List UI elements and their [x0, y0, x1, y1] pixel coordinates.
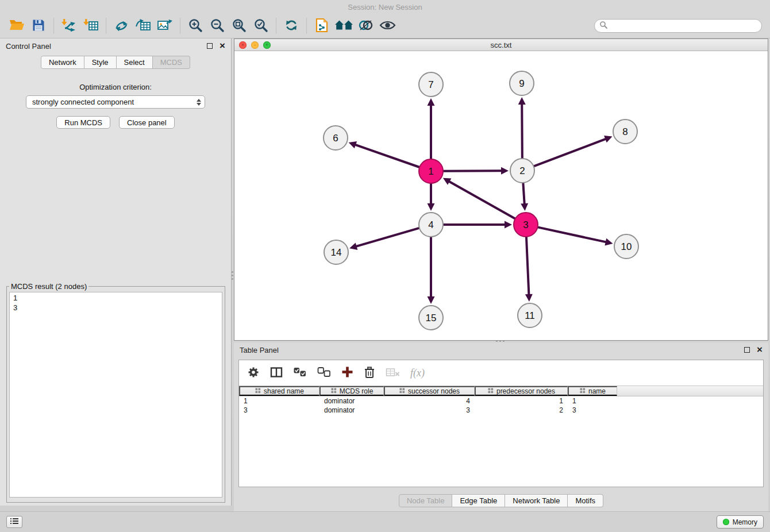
deselect-all-rows-button[interactable] — [317, 367, 331, 379]
column-sort-icon — [580, 387, 586, 395]
graph-node-6[interactable]: 6 — [324, 126, 348, 150]
graph-edge-2-9[interactable] — [522, 105, 522, 158]
graph-node-9[interactable]: 9 — [510, 71, 534, 95]
graph-node-label: 14 — [331, 247, 342, 258]
column-header-mcds-role[interactable]: MCDS role — [319, 386, 384, 396]
graph-node-4[interactable]: 4 — [419, 213, 443, 237]
network-canvas[interactable]: 7968124314101511 — [234, 51, 768, 340]
column-header-name[interactable]: name — [568, 386, 617, 396]
memory-button[interactable]: Memory — [717, 515, 764, 529]
float-panel-button[interactable] — [207, 43, 213, 49]
graph-edge-3-10[interactable] — [538, 228, 605, 242]
table-settings-button[interactable] — [247, 366, 260, 380]
delete-table-button[interactable] — [386, 367, 400, 379]
graph-node-8[interactable]: 8 — [613, 119, 637, 144]
import-table-button[interactable] — [80, 16, 102, 36]
column-header-label: successor nodes — [408, 387, 460, 395]
export-image-button[interactable] — [154, 16, 176, 36]
graph-edge-2-3[interactable] — [523, 183, 524, 203]
graph-node-11[interactable]: 11 — [518, 303, 542, 327]
table-cell: 4 — [384, 397, 475, 405]
tab-network-table[interactable]: Network Table — [505, 494, 568, 507]
zoom-selected-button[interactable] — [250, 16, 272, 36]
float-table-panel-button[interactable] — [744, 347, 750, 353]
columns-icon — [270, 367, 283, 380]
save-session-button[interactable] — [28, 16, 49, 36]
clone-network-button[interactable] — [311, 16, 333, 36]
search-field[interactable] — [594, 19, 762, 33]
zoom-in-button[interactable] — [184, 16, 206, 36]
run-mcds-button[interactable]: Run MCDS — [56, 116, 110, 129]
status-menu-button[interactable] — [6, 516, 22, 528]
export-image-icon — [157, 18, 173, 34]
tab-node-table[interactable]: Node Table — [399, 494, 453, 507]
graph-edge-2-8[interactable] — [534, 139, 606, 166]
column-header-label: name — [588, 387, 606, 395]
open-session-button[interactable] — [6, 16, 28, 36]
graph-edge-4-14[interactable] — [357, 228, 419, 246]
graph-edge-3-11[interactable] — [526, 237, 529, 294]
tab-style[interactable]: Style — [84, 56, 117, 69]
table-row[interactable]: 1dominator411 — [239, 396, 763, 406]
zoom-out-icon — [210, 18, 225, 34]
main-toolbar — [0, 14, 770, 38]
show-column-button[interactable] — [270, 367, 283, 380]
delete-column-button[interactable] — [364, 366, 375, 380]
table-panel-header: Table Panel × — [234, 342, 768, 357]
network-view-window: × - + scc.txt 7968124314101511 — [234, 38, 768, 341]
minimize-window-button[interactable]: - — [251, 41, 259, 49]
tab-network[interactable]: Network — [41, 56, 84, 69]
neighbors-button[interactable] — [333, 16, 355, 36]
close-panel-icon-button[interactable]: × — [220, 43, 225, 49]
graph-node-2[interactable]: 2 — [510, 159, 534, 183]
graph-node-label: 8 — [622, 126, 627, 137]
tab-select[interactable]: Select — [117, 56, 153, 69]
network-window-titlebar: × - + scc.txt — [234, 39, 768, 51]
new-network-button[interactable] — [110, 16, 132, 36]
zoom-in-icon — [188, 18, 203, 34]
select-all-rows-button[interactable] — [293, 367, 307, 379]
zoom-out-button[interactable] — [206, 16, 228, 36]
graph-edge-1-2[interactable] — [444, 171, 501, 171]
close-panel-button[interactable]: Close panel — [119, 116, 175, 129]
control-panel: Control Panel × NetworkStyleSelectMCDS O… — [0, 38, 232, 506]
tab-edge-table[interactable]: Edge Table — [452, 494, 505, 507]
node-table-container: f(x) shared nameMCDS rolesuccessor nodes… — [238, 360, 764, 487]
graph-edge-1-6[interactable] — [356, 145, 419, 167]
new-network-table-button[interactable] — [132, 16, 154, 36]
graph-node-3[interactable]: 3 — [514, 213, 538, 237]
refresh-view-button[interactable] — [280, 16, 302, 36]
graph-edge-arrowhead — [505, 221, 512, 229]
style-preview-button[interactable] — [355, 16, 376, 36]
graph-edge-arrowhead — [349, 242, 357, 249]
criterion-dropdown[interactable]: strongly connected component — [26, 95, 205, 109]
graph-node-15[interactable]: 15 — [419, 306, 443, 330]
maximize-window-button[interactable]: + — [263, 41, 271, 49]
table-row[interactable]: 3dominator323 — [239, 406, 763, 415]
close-table-panel-button[interactable]: × — [757, 347, 763, 353]
graph-edge-3-1[interactable] — [449, 182, 515, 218]
column-header-label: predecessor nodes — [496, 387, 555, 395]
show-hide-button[interactable] — [376, 16, 398, 36]
graph-node-1[interactable]: 1 — [419, 159, 443, 183]
memory-label: Memory — [733, 518, 757, 526]
network-graph[interactable]: 7968124314101511 — [234, 51, 768, 340]
column-header-shared-name[interactable]: shared name — [239, 386, 319, 396]
function-builder-button[interactable]: f(x) — [410, 367, 425, 379]
tab-mcds[interactable]: MCDS — [153, 56, 190, 69]
graph-node-10[interactable]: 10 — [614, 234, 638, 259]
vertical-panel-splitter[interactable] — [231, 267, 234, 284]
create-column-button[interactable] — [341, 366, 353, 380]
search-input[interactable] — [610, 22, 757, 30]
zoom-fit-button[interactable] — [228, 16, 250, 36]
tab-motifs[interactable]: Motifs — [568, 494, 603, 507]
select-all-icon — [293, 367, 307, 379]
column-header-label: MCDS role — [340, 387, 374, 395]
graph-node-14[interactable]: 14 — [324, 240, 348, 264]
column-header-successor-nodes[interactable]: successor nodes — [384, 386, 475, 396]
column-header-predecessor-nodes[interactable]: predecessor nodes — [475, 386, 568, 396]
graph-node-7[interactable]: 7 — [419, 72, 443, 97]
import-network-button[interactable] — [58, 16, 80, 36]
folder-open-icon — [9, 18, 25, 33]
close-window-button[interactable]: × — [239, 41, 247, 49]
